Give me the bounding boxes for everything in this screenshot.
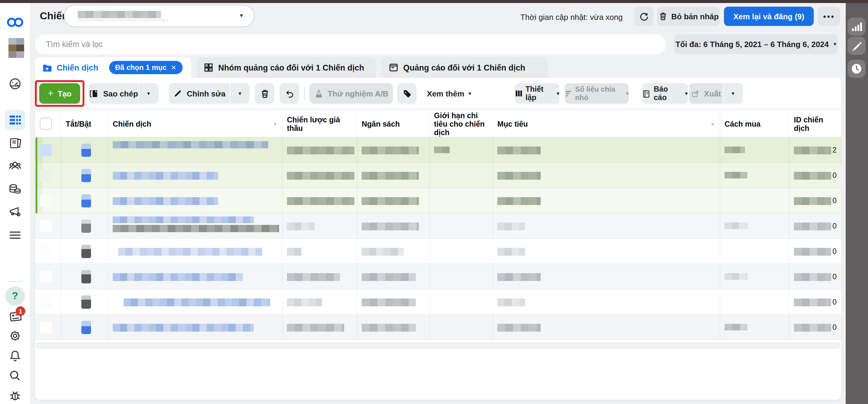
sidebar-menu-icon[interactable] [8, 228, 22, 242]
edit-button[interactable]: Chỉnh sửa [169, 83, 230, 104]
table-row[interactable]: 0 [35, 289, 841, 315]
sidebar-item-ads-settings[interactable] [8, 205, 22, 218]
account-dropdown[interactable]: ▾ [64, 5, 254, 27]
campaign-toggle[interactable] [82, 219, 91, 233]
campaign-toggle[interactable] [82, 144, 91, 157]
campaign-id-tail: 0 [832, 273, 837, 281]
campaign-toggle[interactable] [82, 169, 91, 182]
search-filter-input[interactable] [35, 34, 666, 54]
column-header-objective[interactable]: Mục tiêu [493, 110, 720, 138]
campaigns-table-icon [8, 113, 22, 127]
more-options-button[interactable]: ••• [818, 7, 840, 26]
row-checkbox[interactable] [40, 195, 52, 207]
edit-dropdown-button[interactable]: ▾ [230, 83, 250, 104]
notifications-bell-icon[interactable] [8, 349, 22, 363]
sidebar-item-campaigns[interactable] [5, 110, 25, 130]
edit-panel-button[interactable] [847, 37, 866, 55]
delete-button[interactable] [255, 83, 274, 104]
select-all-checkbox[interactable] [40, 118, 52, 130]
blurred-campaign-name [118, 248, 262, 256]
account-avatar[interactable] [8, 38, 24, 58]
export-label: Xuất [704, 89, 721, 98]
table-row[interactable]: 0 [35, 315, 841, 340]
row-checkbox[interactable] [40, 296, 52, 308]
pencil-icon [173, 89, 183, 98]
row-checkbox[interactable] [40, 245, 52, 257]
blurred-campaign-name [113, 273, 243, 281]
undo-button[interactable] [280, 83, 299, 104]
column-header-campaign-id[interactable]: ID chiến dịch [789, 110, 841, 138]
campaign-toggle[interactable] [82, 296, 91, 309]
date-range-button[interactable]: Tối đa: 6 Tháng 5, 2021 – 6 Tháng 6, 202… [674, 34, 838, 54]
export-dropdown-button[interactable]: ▾ [723, 83, 743, 104]
table-row[interactable]: 0 [35, 214, 841, 239]
selected-count-badge[interactable]: Đã chọn 1 mục ✕ [109, 61, 182, 74]
campaign-toggle[interactable] [82, 321, 91, 334]
table-row[interactable]: 0 [35, 188, 841, 214]
sort-caret-icon[interactable]: ▾ [711, 121, 714, 127]
column-header-spend-limit[interactable]: Giới hạn chi tiêu cho chiến dịch [429, 110, 493, 138]
refresh-button[interactable] [634, 7, 653, 26]
table-row[interactable]: 0 [35, 264, 841, 289]
sidebar-item-overview[interactable] [8, 77, 22, 90]
blurred-budget [362, 299, 416, 306]
row-checkbox[interactable] [40, 144, 52, 156]
campaign-toggle[interactable] [82, 194, 91, 208]
meta-logo-icon[interactable] [6, 16, 24, 28]
review-publish-label: Xem lại và đăng (9) [733, 12, 804, 21]
settings-gear-icon[interactable] [8, 329, 22, 342]
campaign-toggle[interactable] [82, 270, 91, 283]
sidebar-item-billing[interactable] [8, 182, 22, 195]
tab-ads[interactable]: Quảng cáo đối với 1 Chiến dịch [381, 57, 548, 78]
sidebar-item-pages[interactable] [8, 136, 22, 150]
close-icon[interactable]: ✕ [171, 64, 176, 71]
sort-caret-icon[interactable]: ▾ [274, 121, 276, 127]
horizontal-scrollbar[interactable] [36, 342, 840, 348]
tab-campaigns[interactable]: Chiến dịch Đã chọn 1 mục ✕ [35, 57, 191, 78]
see-more-button[interactable]: Xem thêm ▾ [422, 83, 476, 104]
tags-button[interactable] [397, 83, 416, 104]
row-checkbox[interactable] [40, 169, 52, 182]
search-icon[interactable] [8, 369, 22, 382]
duplicate-dropdown-button[interactable]: ▾ [138, 83, 158, 104]
column-header-campaign[interactable]: Chiến dịch [108, 110, 282, 138]
review-publish-button[interactable]: Xem lại và đăng (9) [724, 7, 814, 26]
ads-manager-app: ? 1 Chiến dịch ▾ Th [0, 0, 868, 404]
charts-panel-button[interactable] [847, 18, 866, 36]
row-checkbox[interactable] [40, 220, 52, 232]
column-header-bid-strategy[interactable]: Chiến lược giá thầu [282, 110, 357, 138]
ab-test-button[interactable]: Thử nghiệm A/B [309, 83, 393, 104]
duplicate-button[interactable]: Sao chép [89, 83, 138, 104]
table-row[interactable]: 0 [35, 163, 841, 188]
blurred-bid-strategy [287, 248, 301, 256]
breakdown-label: Số liệu chia nhỏ [575, 85, 623, 102]
flask-icon [314, 89, 323, 98]
chevron-down-icon: ▾ [834, 41, 836, 47]
blurred-buying-type [724, 147, 745, 153]
columns-setup-button[interactable]: Thiết lập ▾ [515, 83, 559, 104]
table-row[interactable]: 0 [35, 239, 841, 264]
blurred-buying-type [724, 172, 747, 179]
column-header-toggle[interactable]: Tắt/Bật [61, 110, 108, 138]
bug-report-icon[interactable] [8, 389, 22, 402]
column-divider [429, 109, 430, 341]
reports-button[interactable]: Báo cáo ▾ [642, 83, 688, 104]
row-checkbox[interactable] [40, 271, 52, 283]
discard-drafts-button[interactable]: Bỏ bản nháp [657, 7, 720, 26]
column-header-budget[interactable]: Ngân sách [357, 110, 429, 138]
sidebar-item-audiences[interactable] [8, 159, 22, 173]
column-divider [61, 109, 61, 341]
breakdown-button[interactable]: Số liệu chia nhỏ ▾ [565, 83, 629, 104]
column-divider [357, 109, 358, 341]
ab-test-label: Thử nghiệm A/B [328, 89, 388, 98]
export-button[interactable]: Xuất [689, 83, 723, 104]
campaign-toggle[interactable] [82, 245, 91, 258]
blurred-bid-strategy [287, 147, 354, 154]
tab-ad-sets[interactable]: Nhóm quảng cáo đối với 1 Chiến dịch [196, 57, 376, 78]
table-row[interactable]: 2 [35, 137, 841, 163]
help-button[interactable]: ? [5, 286, 25, 306]
history-panel-button[interactable] [847, 60, 866, 78]
row-checkbox[interactable] [40, 321, 52, 334]
column-header-buying-type[interactable]: Cách mua [720, 110, 789, 138]
undo-icon [284, 88, 294, 99]
